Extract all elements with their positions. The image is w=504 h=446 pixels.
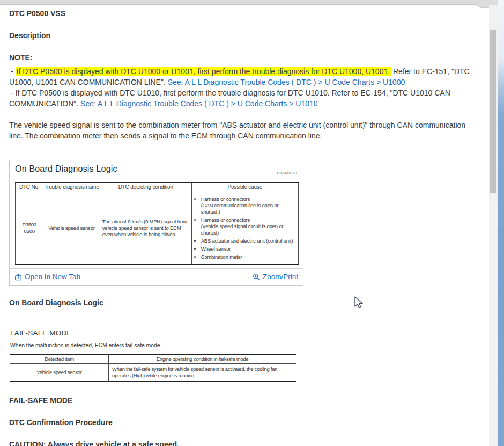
figure2-subtitle: When the malfunction is detected, ECM en… (10, 340, 296, 350)
note1-dash: - (9, 67, 16, 76)
note-paragraph: -If DTC P0500 is displayed with DTC U100… (9, 66, 480, 109)
operating-condition-cell: When the fail-safe system for vehicle sp… (109, 364, 297, 382)
zoom-print-button[interactable]: Zoom/Print (253, 272, 298, 282)
cause-item: Wheel sensor (201, 246, 296, 252)
see-link-u1000[interactable]: See: A L L Diagnostic Trouble Codes ( DT… (168, 78, 405, 86)
figure1-footer: Open In New Tab Zoom/Print (10, 268, 303, 285)
window-top-bar (0, 0, 498, 5)
dtc-table-header-dtc-no: DTC No. (16, 182, 43, 192)
figure1-title: On Board Diagnosis Logic (15, 164, 117, 174)
fail-safe-header-row: Detected item Engine operating condition… (10, 354, 296, 364)
cause-item: Harness or connectors(Vehicle speed sign… (201, 217, 296, 236)
obdl-heading: On Board Diagnosis Logic (9, 297, 480, 308)
dtc-no-cell: P0500 0500 (16, 192, 43, 265)
detected-item-cell: Vehicle speed sensor (10, 364, 109, 382)
description-heading: Description (9, 30, 480, 41)
diagnosis-name-cell: Vehicle speed sensor (43, 192, 100, 265)
cause-item: Harness or connectors(CAN communication … (201, 196, 296, 215)
note-heading: NOTE: (9, 52, 480, 63)
caution-text: CAUTION: Always drive vehicle at a safe … (9, 439, 480, 446)
document-content: DTC P0500 VSS Description NOTE: -If DTC … (9, 5, 480, 446)
note2-dash: - (9, 89, 16, 97)
zoom-icon (253, 273, 260, 281)
see-link-u1010[interactable]: See: A L L Diagnostic Trouble Codes ( DT… (80, 99, 318, 108)
possible-cause-cell: Harness or connectors(CAN communication … (191, 192, 298, 265)
fail-safe-header-condition: Engine operating condition in fail-safe … (109, 354, 297, 364)
right-panel-edge (498, 0, 504, 446)
dtc-table-header-cause: Possible cause (191, 182, 298, 192)
dtc-table-header-row: DTC No. Trouble diagnosis name DTC detec… (16, 182, 299, 192)
fail-safe-table: Detected item Engine operating condition… (10, 354, 296, 382)
open-in-new-tab-label: Open In New Tab (25, 272, 80, 282)
dtc-confirmation-heading: DTC Confirmation Procedure (9, 417, 480, 428)
figure1-scan-area: On Board Diagnosis Logic UBS00OK1 DTC No… (10, 160, 303, 268)
cause-item: Combination meter (201, 254, 296, 260)
fail-safe-row: Vehicle speed sensor When the fail-safe … (10, 364, 296, 382)
dtc-no-line1: P0500 (22, 222, 36, 228)
failsafe-heading: FAIL-SAFE MODE (9, 395, 480, 406)
scrollbar-track[interactable] (489, 5, 498, 446)
figure1-code: UBS00OK1 (277, 168, 298, 179)
dtc-table-row: P0500 0500 Vehicle speed sensor The almo… (16, 192, 299, 265)
open-in-new-tab-button[interactable]: Open In New Tab (14, 272, 80, 282)
dtc-table-header-condition: DTC detecting condition (100, 182, 191, 192)
figure-on-board-diagnosis: On Board Diagnosis Logic UBS00OK1 DTC No… (9, 160, 303, 286)
highlighted-text: If DTC P0500 is displayed with DTC U1000… (16, 67, 391, 76)
figure2-title: FAIL-SAFE MODE (10, 328, 296, 339)
zoom-print-label: Zoom/Print (263, 272, 298, 282)
cause-item: ABS actuator and electric unit (control … (201, 238, 296, 244)
dtc-table-header-name: Trouble diagnosis name (43, 182, 100, 192)
scrollbar-thumb[interactable] (490, 30, 496, 193)
dtc-no-line2: 0500 (24, 228, 34, 234)
figure-fail-safe-mode: FAIL-SAFE MODE When the malfunction is d… (10, 328, 296, 382)
page-title: DTC P0500 VSS (9, 8, 480, 19)
fail-safe-header-item: Detected item (10, 354, 109, 364)
detecting-condition-cell: The almost 0 km/h (0 MPH) signal from ve… (100, 192, 191, 265)
intro-paragraph: The vehicle speed signal is sent to the … (9, 120, 480, 141)
dtc-table: DTC No. Trouble diagnosis name DTC detec… (15, 182, 299, 265)
open-new-tab-icon (14, 273, 22, 281)
